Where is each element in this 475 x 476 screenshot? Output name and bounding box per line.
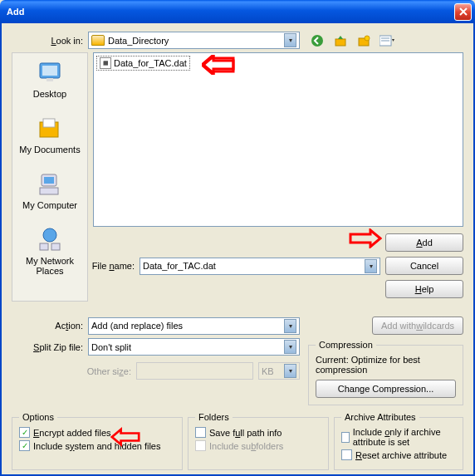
new-folder-button[interactable] <box>356 33 371 48</box>
file-list[interactable]: ▦ Data_for_TAC.dat <box>93 52 463 227</box>
other-size-input <box>136 362 253 380</box>
window-title: Add <box>7 7 24 17</box>
folder-icon <box>91 35 105 46</box>
dropdown-arrow-icon: ▾ <box>284 364 296 378</box>
places-bar: Desktop My Documents My Computer My Netw… <box>12 52 88 302</box>
other-size-unit: KB ▾ <box>258 362 300 380</box>
dropdown-arrow-icon: ▾ <box>365 259 377 273</box>
reset-archive-checkbox[interactable]: Reset archive attribute <box>341 449 456 460</box>
help-button[interactable]: Help <box>385 280 463 298</box>
split-combo[interactable]: Don't split ▾ <box>88 338 300 356</box>
archive-attributes-group: Archive Attributes Include only if archi… <box>334 412 463 470</box>
annotation-arrow <box>110 427 140 447</box>
action-label: Action: <box>12 321 88 331</box>
close-button[interactable] <box>454 3 472 21</box>
look-in-combo[interactable]: Data_Directory ▾ <box>88 32 300 49</box>
look-in-value: Data_Directory <box>108 36 169 46</box>
include-only-archive-checkbox[interactable]: Include only if archive attribute is set <box>341 427 456 447</box>
my-network-icon <box>37 227 63 253</box>
checkbox-icon: ✓ <box>19 440 30 451</box>
other-size-label: Other size: <box>12 366 136 376</box>
title-bar: Add <box>0 0 475 23</box>
filename-input[interactable]: Data_for_TAC.dat ▾ <box>140 258 380 275</box>
include-hidden-checkbox[interactable]: ✓ Include system and hidden files <box>19 440 175 451</box>
place-my-documents[interactable]: My Documents <box>19 115 80 155</box>
checkbox-icon <box>195 427 206 438</box>
dropdown-arrow-icon: ▾ <box>284 340 296 354</box>
dropdown-arrow-icon: ▾ <box>284 319 296 333</box>
my-computer-icon <box>37 171 63 198</box>
folders-group: Folders Save full path info Include subf… <box>188 412 329 470</box>
compression-group: Compression Current: Optimize for best c… <box>308 340 463 405</box>
split-label: Split Zip file: <box>12 342 88 352</box>
svg-rect-8 <box>42 66 57 76</box>
compression-current: Current: Optimize for best compression <box>316 355 456 375</box>
desktop-icon <box>37 60 63 86</box>
svg-rect-13 <box>44 177 54 184</box>
include-subfolders-checkbox: Include subfolders <box>195 440 321 451</box>
checkbox-icon <box>341 449 352 460</box>
cancel-button[interactable]: Cancel <box>385 257 463 275</box>
checkbox-icon <box>341 432 350 443</box>
svg-rect-16 <box>40 243 48 250</box>
svg-rect-1 <box>335 39 345 46</box>
action-combo[interactable]: Add (and replace) files ▾ <box>88 317 300 335</box>
checkbox-icon <box>195 440 206 451</box>
view-menu-button[interactable] <box>380 33 394 48</box>
svg-rect-9 <box>47 78 53 81</box>
save-full-path-checkbox[interactable]: Save full path info <box>195 427 321 438</box>
annotation-arrow <box>202 55 235 75</box>
checkbox-icon: ✓ <box>19 427 30 438</box>
back-button[interactable] <box>310 33 325 48</box>
svg-rect-17 <box>51 243 60 250</box>
annotation-arrow <box>349 228 382 248</box>
svg-point-0 <box>311 35 323 47</box>
dat-file-icon: ▦ <box>100 57 111 69</box>
place-desktop[interactable]: Desktop <box>33 60 66 99</box>
look-in-label: Look in: <box>12 36 88 46</box>
place-my-computer[interactable]: My Computer <box>22 171 77 210</box>
add-button[interactable]: Add <box>385 233 463 252</box>
up-one-level-button[interactable] <box>333 33 348 48</box>
file-item[interactable]: ▦ Data_for_TAC.dat <box>96 56 190 71</box>
filename-label: File name: <box>88 261 140 271</box>
svg-point-15 <box>43 228 56 242</box>
change-compression-button[interactable]: Change Compression... <box>316 380 456 398</box>
place-my-network[interactable]: My Network Places <box>12 227 87 276</box>
add-wildcards-button: Add with wildcards <box>372 317 463 335</box>
options-group: Options ✓ Encrypt added files ✓ Include … <box>12 412 183 470</box>
my-documents-icon <box>37 115 63 142</box>
svg-rect-11 <box>43 119 55 127</box>
svg-rect-14 <box>40 188 58 194</box>
encrypt-checkbox[interactable]: ✓ Encrypt added files <box>19 427 175 438</box>
close-icon <box>459 7 468 16</box>
dropdown-arrow-icon: ▾ <box>284 33 296 47</box>
svg-point-3 <box>365 36 370 41</box>
